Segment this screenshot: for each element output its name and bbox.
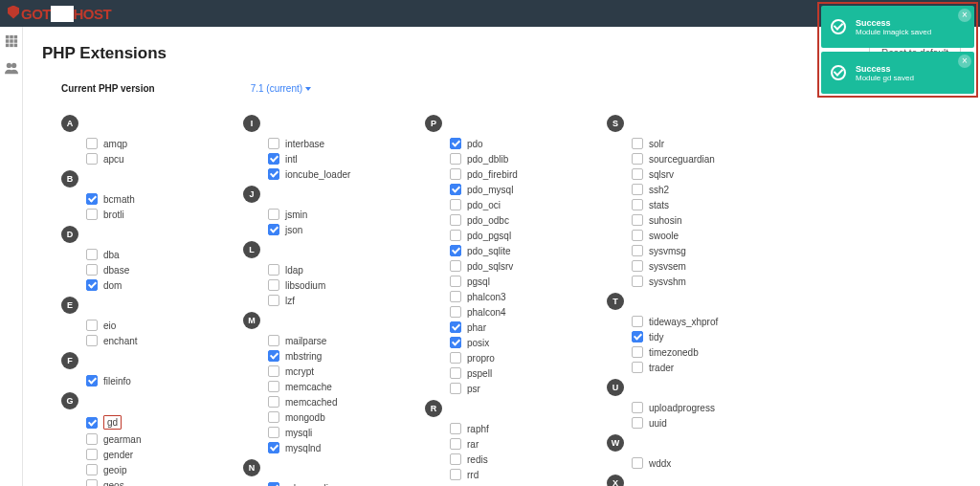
ext-checkbox[interactable] [86,464,98,475]
ext-checkbox[interactable] [450,469,461,480]
ext-checkbox[interactable] [268,427,279,438]
ext-row-pgsql[interactable]: pgsql [425,274,578,289]
logo[interactable]: GOTMYHOST [8,6,111,22]
ext-row-pdo[interactable]: pdo [425,136,578,151]
ext-checkbox[interactable] [86,320,98,331]
ext-row-bcmath[interactable]: bcmath [61,191,214,207]
ext-row-phalcon3[interactable]: phalcon3 [425,289,578,304]
ext-checkbox[interactable] [268,295,279,306]
ext-checkbox[interactable] [268,279,279,291]
ext-checkbox[interactable] [268,350,279,362]
ext-checkbox[interactable] [86,138,98,149]
ext-row-phar[interactable]: phar [425,320,578,335]
ext-checkbox[interactable] [632,362,643,373]
ext-checkbox[interactable] [450,383,461,394]
ext-checkbox[interactable] [268,365,279,377]
ext-checkbox[interactable] [268,209,279,220]
ext-row-pdo_odbc[interactable]: pdo_odbc [425,212,578,228]
ext-row-sysvshm[interactable]: sysvshm [607,274,760,289]
ext-checkbox[interactable] [632,153,643,165]
ext-row-pdo_dblib[interactable]: pdo_dblib [425,151,578,166]
ext-checkbox[interactable] [450,184,461,195]
ext-checkbox[interactable] [450,138,461,149]
ext-row-stats[interactable]: stats [607,197,760,212]
ext-checkbox[interactable] [450,153,461,165]
ext-checkbox[interactable] [268,224,279,235]
ext-checkbox[interactable] [86,209,98,220]
ext-checkbox[interactable] [86,193,98,205]
ext-row-mysqlnd[interactable]: mysqlnd [243,440,396,455]
ext-row-dbase[interactable]: dbase [61,262,214,277]
ext-checkbox[interactable] [268,381,279,392]
ext-checkbox[interactable] [268,138,279,149]
ext-checkbox[interactable] [450,453,461,465]
ext-checkbox[interactable] [632,402,643,413]
ext-row-dom[interactable]: dom [61,277,214,293]
ext-row-fileinfo[interactable]: fileinfo [61,373,214,388]
ext-row-apcu[interactable]: apcu [61,151,214,166]
ext-checkbox[interactable] [632,245,643,256]
ext-row-psr[interactable]: psr [425,381,578,396]
close-icon[interactable]: × [958,55,971,68]
ext-row-tideways_xhprof[interactable]: tideways_xhprof [607,314,760,329]
ext-row-phalcon4[interactable]: phalcon4 [425,304,578,320]
ext-checkbox[interactable] [632,168,643,180]
ext-checkbox[interactable] [632,184,643,195]
ext-row-mongodb[interactable]: mongodb [243,409,396,425]
ext-checkbox[interactable] [86,417,98,429]
ext-row-pdo_mysql[interactable]: pdo_mysql [425,182,578,197]
ext-row-suhosin[interactable]: suhosin [607,212,760,228]
ext-row-eio[interactable]: eio [61,318,214,333]
ext-checkbox[interactable] [632,199,643,210]
ext-row-pdo_oci[interactable]: pdo_oci [425,197,578,212]
ext-checkbox[interactable] [450,352,461,364]
ext-row-swoole[interactable]: swoole [607,228,760,243]
ext-row-gearman[interactable]: gearman [61,431,214,447]
ext-row-mailparse[interactable]: mailparse [243,333,396,348]
ext-row-brotli[interactable]: brotli [61,207,214,222]
ext-row-pdo_pgsql[interactable]: pdo_pgsql [425,228,578,243]
ext-row-ssh2[interactable]: ssh2 [607,182,760,197]
ext-row-jsmin[interactable]: jsmin [243,207,396,222]
ext-row-sourceguardian[interactable]: sourceguardian [607,151,760,166]
ext-checkbox[interactable] [86,279,98,291]
ext-row-dba[interactable]: dba [61,247,214,262]
ext-row-gd[interactable]: gd [61,413,214,431]
ext-checkbox[interactable] [632,230,643,241]
ext-row-tidy[interactable]: tidy [607,329,760,344]
ext-row-pdo_sqlite[interactable]: pdo_sqlite [425,243,578,258]
ext-checkbox[interactable] [450,321,461,333]
ext-checkbox[interactable] [86,375,98,387]
ext-checkbox[interactable] [268,442,279,453]
ext-checkbox[interactable] [450,276,461,287]
ext-checkbox[interactable] [632,346,643,358]
ext-checkbox[interactable] [86,449,98,460]
ext-checkbox[interactable] [268,396,279,408]
ext-row-lzf[interactable]: lzf [243,293,396,308]
ext-checkbox[interactable] [632,138,643,149]
ext-checkbox[interactable] [268,264,279,276]
ext-row-ldap[interactable]: ldap [243,262,396,277]
ext-row-sqlsrv[interactable]: sqlsrv [607,166,760,182]
ext-checkbox[interactable] [632,417,643,429]
ext-checkbox[interactable] [632,316,643,327]
ext-checkbox[interactable] [450,337,461,348]
ext-row-rrd[interactable]: rrd [425,467,578,482]
ext-row-redis[interactable]: redis [425,452,578,467]
ext-row-mcrypt[interactable]: mcrypt [243,364,396,379]
ext-row-posix[interactable]: posix [425,335,578,350]
ext-row-amqp[interactable]: amqp [61,136,214,151]
ext-checkbox[interactable] [86,264,98,276]
ext-row-pdo_firebird[interactable]: pdo_firebird [425,166,578,182]
ext-row-nd_mysqli[interactable]: nd_mysqli [243,480,396,486]
ext-row-solr[interactable]: solr [607,136,760,151]
ext-checkbox[interactable] [450,367,461,379]
users-icon[interactable] [5,61,18,75]
ext-checkbox[interactable] [450,423,461,434]
ext-checkbox[interactable] [632,331,643,342]
ext-checkbox[interactable] [450,438,461,450]
ext-row-memcached[interactable]: memcached [243,394,396,409]
ext-checkbox[interactable] [450,260,461,272]
ext-checkbox[interactable] [450,230,461,241]
ext-row-rar[interactable]: rar [425,436,578,452]
